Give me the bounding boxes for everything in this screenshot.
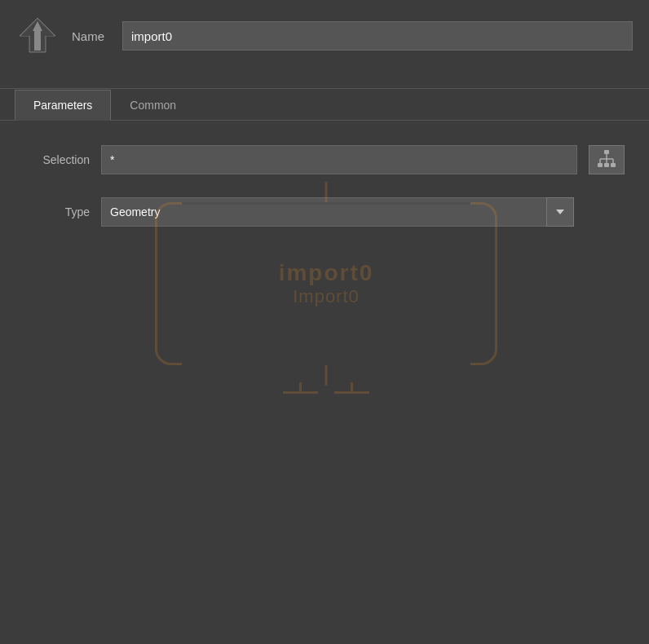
app-logo-icon	[16, 15, 59, 57]
content-area: Selection Type	[0, 121, 649, 266]
svg-rect-3	[604, 150, 609, 154]
preview-foot-left	[299, 382, 302, 394]
svg-rect-6	[611, 163, 616, 167]
preview-box: import0 Import0	[155, 202, 497, 365]
header: Name	[0, 0, 649, 72]
type-row: Type Geometry Transform Shape Mesh Light…	[24, 197, 625, 227]
hierarchy-icon	[597, 149, 616, 171]
type-label: Type	[24, 205, 90, 218]
selection-row: Selection	[24, 145, 625, 174]
name-input[interactable]	[122, 21, 633, 51]
selection-input[interactable]	[101, 145, 577, 174]
svg-rect-4	[598, 163, 603, 167]
tabs-bar: Parameters Common	[0, 88, 649, 121]
preview-bottom-bar	[182, 363, 470, 365]
preview-area: import0 Import0	[155, 202, 497, 365]
selection-label: Selection	[24, 153, 90, 166]
tab-parameters[interactable]: Parameters	[15, 90, 111, 121]
tab-common[interactable]: Common	[111, 90, 195, 121]
preview-foot-right	[351, 382, 353, 394]
type-select[interactable]: Geometry Transform Shape Mesh Light Came…	[101, 197, 574, 227]
preview-subtitle: Import0	[293, 286, 360, 307]
type-select-wrapper: Geometry Transform Shape Mesh Light Came…	[101, 197, 574, 227]
header-spacer	[0, 72, 649, 88]
preview-connector	[325, 365, 328, 386]
svg-rect-5	[604, 163, 609, 167]
name-label: Name	[72, 29, 104, 43]
browse-button[interactable]	[589, 145, 625, 174]
preview-feet	[299, 382, 353, 394]
preview-title: import0	[279, 260, 374, 286]
